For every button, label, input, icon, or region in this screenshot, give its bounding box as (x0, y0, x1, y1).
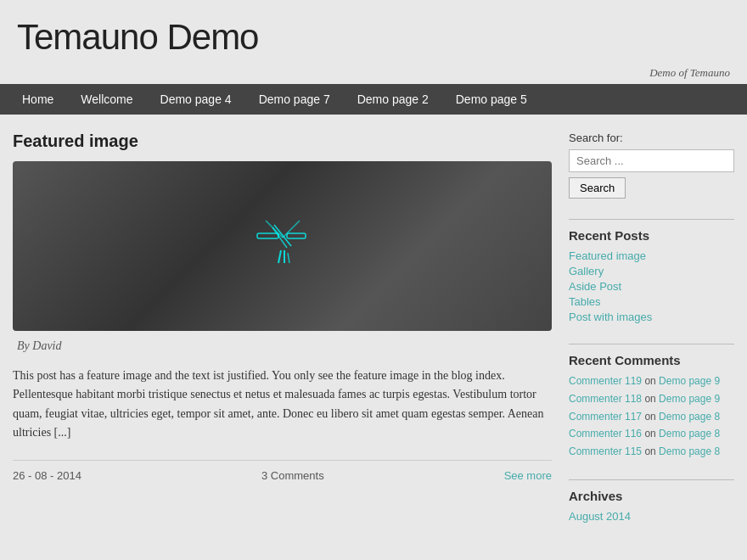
post-author: By David (13, 339, 552, 353)
featured-post: Featured image (13, 132, 552, 482)
comment-line: Commenter 116 on Demo page 8 (569, 427, 734, 441)
loader-graphic (240, 204, 325, 288)
main-nav: HomeWellcomeDemo page 4Demo page 7Demo p… (0, 84, 747, 115)
comment-line: Commenter 115 on Demo page 8 (569, 445, 734, 459)
recent-comments-section: Recent Comments Commenter 119 on Demo pa… (569, 353, 734, 459)
main-content: Featured image (13, 132, 552, 543)
post-date: 26 - 08 - 2014 (13, 469, 81, 482)
comment-page-link[interactable]: Demo page 9 (659, 393, 720, 405)
search-input[interactable] (569, 149, 734, 172)
comment-line: Commenter 117 on Demo page 8 (569, 410, 734, 424)
commenter-link[interactable]: Commenter 115 (569, 445, 642, 457)
nav-link[interactable]: Demo page 7 (245, 84, 344, 115)
recent-post-link[interactable]: Gallery (569, 265, 734, 277)
post-meta: 26 - 08 - 2014 3 Comments See more (13, 460, 552, 482)
comment-page-link[interactable]: Demo page 9 (659, 375, 720, 387)
archives-heading: Archives (569, 489, 734, 503)
featured-image (13, 161, 552, 331)
nav-item: Demo page 4 (147, 84, 245, 115)
comment-page-link[interactable]: Demo page 8 (659, 445, 720, 457)
recent-comments-heading: Recent Comments (569, 353, 734, 367)
commenter-link[interactable]: Commenter 116 (569, 428, 642, 440)
comment-line: Commenter 119 on Demo page 9 (569, 374, 734, 389)
commenter-link[interactable]: Commenter 117 (569, 411, 642, 423)
archive-link[interactable]: August 2014 (569, 510, 734, 523)
image-overlay (13, 161, 552, 331)
nav-item: Wellcome (67, 84, 146, 115)
search-button[interactable]: Search (569, 177, 626, 199)
recent-post-link[interactable]: Post with images (569, 311, 734, 323)
svg-rect-1 (287, 233, 306, 238)
archives-list: August 2014 (569, 510, 734, 523)
recent-post-link[interactable]: Aside Post (569, 280, 734, 293)
nav-link[interactable]: Demo page 5 (442, 84, 541, 115)
divider-2 (569, 344, 734, 344)
nav-link[interactable]: Home (8, 84, 67, 115)
tagline: Demo of Temauno (0, 66, 747, 84)
divider-1 (569, 219, 734, 220)
sidebar: Search for: Search Recent Posts Featured… (569, 132, 734, 543)
nav-item: Demo page 7 (245, 84, 344, 115)
archives-section: Archives August 2014 (569, 489, 734, 523)
recent-posts-heading: Recent Posts (569, 228, 734, 243)
divider-3 (569, 479, 734, 480)
nav-link[interactable]: Demo page 4 (147, 84, 245, 115)
recent-posts-section: Recent Posts Featured imageGalleryAside … (569, 228, 734, 323)
commenter-link[interactable]: Commenter 118 (569, 393, 642, 405)
comment-page-link[interactable]: Demo page 8 (659, 411, 720, 423)
svg-line-4 (278, 250, 281, 263)
svg-line-2 (274, 225, 291, 246)
commenter-link[interactable]: Commenter 119 (569, 375, 642, 387)
post-comments: 3 Comments (98, 469, 487, 482)
nav-item: Demo page 2 (344, 84, 442, 115)
post-excerpt: This post has a feature image and the te… (13, 367, 552, 443)
nav-item: Demo page 5 (442, 84, 541, 115)
nav-link[interactable]: Demo page 2 (344, 84, 442, 115)
recent-comments-list: Commenter 119 on Demo page 9Commenter 11… (569, 374, 734, 459)
svg-line-7 (266, 221, 283, 238)
svg-line-6 (288, 253, 289, 263)
see-more-link[interactable]: See more (504, 469, 552, 482)
site-title: Temauno Demo (17, 17, 730, 58)
recent-posts-list: Featured imageGalleryAside PostTablesPos… (569, 249, 734, 323)
svg-line-8 (283, 221, 300, 238)
recent-post-link[interactable]: Tables (569, 295, 734, 308)
site-header: Temauno Demo (0, 0, 747, 66)
search-label: Search for: (569, 132, 734, 144)
nav-link[interactable]: Wellcome (67, 84, 146, 115)
recent-post-link[interactable]: Featured image (569, 249, 734, 262)
nav-list: HomeWellcomeDemo page 4Demo page 7Demo p… (0, 84, 747, 115)
comment-line: Commenter 118 on Demo page 9 (569, 392, 734, 406)
page-wrapper: Featured image (0, 115, 747, 560)
comment-page-link[interactable]: Demo page 8 (659, 428, 720, 440)
search-section: Search for: Search (569, 132, 734, 199)
nav-item: Home (8, 84, 67, 115)
post-title: Featured image (13, 132, 552, 151)
svg-rect-0 (257, 233, 278, 238)
